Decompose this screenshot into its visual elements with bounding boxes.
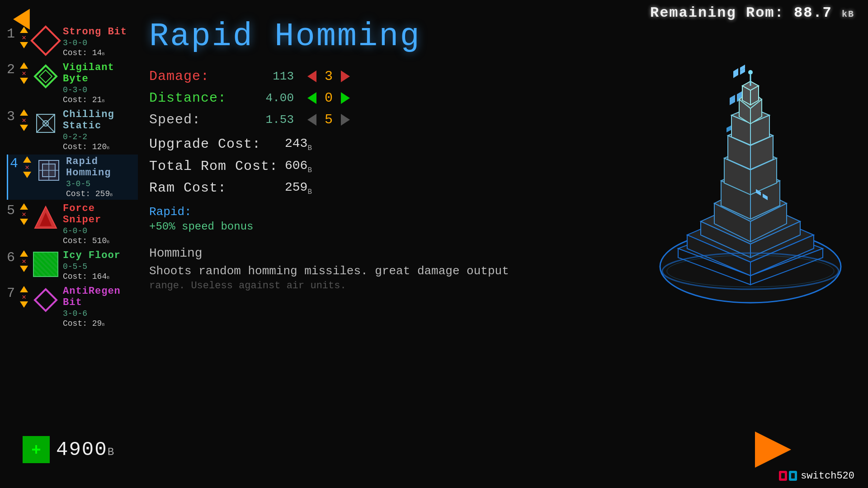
svg-marker-2	[39, 70, 52, 83]
unit-list: 1 ✕ Strong Bit 3-0-0 Cost: 14B 2 ✕	[7, 25, 138, 329]
unit-x-2[interactable]: ✕	[19, 70, 28, 77]
unit-up-6[interactable]	[19, 250, 28, 257]
ability-name: Rapid:	[149, 205, 542, 219]
distance-increase-button[interactable]	[341, 92, 350, 104]
speed-current: 5	[322, 112, 335, 127]
unit-name-6: Icy Floor	[63, 250, 121, 261]
main-content: Rapid Homming Damage: 113 3 Distance: 4.…	[149, 18, 542, 293]
unit-cost-1: Cost: 14B	[63, 48, 127, 57]
unit-down-1[interactable]	[19, 42, 28, 49]
unit-stats-1: 3-0-0	[63, 38, 127, 47]
unit-info-1: Strong Bit 3-0-0 Cost: 14B	[63, 26, 127, 57]
unit-number-4: 4	[10, 156, 20, 170]
unit-item-1[interactable]: 1 ✕ Strong Bit 3-0-0 Cost: 14B	[7, 25, 138, 59]
unit-item-2[interactable]: 2 ✕ Vigilant Byte 0-3-0 Cost: 21B	[7, 61, 138, 106]
distance-row: Distance: 4.00 0	[149, 90, 402, 106]
unit-info-2: Vigilant Byte 0-3-0 Cost: 21B	[63, 62, 138, 104]
unit-down-7[interactable]	[19, 301, 28, 308]
damage-value: 113	[249, 70, 294, 83]
unit-up-5[interactable]	[19, 203, 28, 210]
unit-stats-7: 3-0-6	[63, 309, 138, 318]
upgrade-cost-row: Upgrade Cost: 243B	[149, 136, 542, 152]
unit-up-1[interactable]	[19, 26, 28, 33]
svg-marker-1	[35, 66, 57, 87]
currency-value: 4900	[56, 438, 108, 461]
unit-controls-2: ✕	[19, 62, 28, 84]
damage-current: 3	[322, 69, 335, 84]
unit-item-3[interactable]: 3 ✕ Chilling Static 0-2-2 Cost: 120B	[7, 108, 138, 153]
unit-item-7[interactable]: 7 ✕ AntiRegen Bit 3-0-6 Cost: 29B	[7, 284, 138, 329]
unit-down-3[interactable]	[19, 124, 28, 131]
distance-current: 0	[322, 90, 335, 106]
unit-x-3[interactable]: ✕	[19, 117, 28, 124]
unit-up-3[interactable]	[19, 109, 28, 116]
switch-logo-icon	[779, 469, 797, 483]
unit-x-4[interactable]: ✕	[23, 164, 32, 171]
tower-preview	[646, 45, 854, 307]
damage-label: Damage:	[149, 69, 249, 84]
unit-name-2: Vigilant Byte	[63, 62, 138, 84]
unit-up-2[interactable]	[19, 62, 28, 69]
distance-decrease-button[interactable]	[307, 92, 316, 104]
ram-cost-row: Ram Cost: 259B	[149, 180, 542, 196]
vigilant-byte-icon	[33, 64, 58, 89]
unit-controls-3: ✕	[19, 109, 28, 131]
unit-number-2: 2	[7, 62, 17, 76]
unit-name-3: Chilling Static	[63, 109, 138, 131]
damage-decrease-button[interactable]	[307, 70, 316, 82]
unit-down-5[interactable]	[19, 218, 28, 225]
unit-down-2[interactable]	[19, 77, 28, 84]
speed-increase-button[interactable]	[341, 114, 350, 126]
speed-decrease-button[interactable]	[307, 114, 316, 126]
unit-item-4[interactable]: 4 ✕ Rapid Homming 3-0-5 Cost: 259B	[7, 155, 138, 200]
distance-value: 4.00	[249, 91, 294, 105]
desc-faded: range. Useless against air units.	[149, 279, 542, 293]
stats-table: Damage: 113 3 Distance: 4.00 0 Speed: 1.…	[149, 69, 402, 127]
damage-control: 3	[307, 69, 350, 84]
damage-increase-button[interactable]	[341, 70, 350, 82]
upgrade-cost-label: Upgrade Cost:	[149, 136, 285, 152]
speed-value: 1.53	[249, 113, 294, 127]
unit-down-4[interactable]	[23, 171, 32, 178]
ram-cost-value: 259B	[285, 180, 312, 196]
unit-x-7[interactable]: ✕	[19, 293, 28, 300]
desc-text: Shoots random homming missiles. great da…	[149, 263, 542, 279]
unit-cost-6: Cost: 164B	[63, 272, 121, 281]
unit-x-5[interactable]: ✕	[19, 211, 28, 218]
unit-up-7[interactable]	[19, 286, 28, 293]
currency-display: + 4900B	[23, 436, 115, 463]
unit-controls-7: ✕	[19, 286, 28, 308]
unit-controls-6: ✕	[19, 250, 28, 272]
currency-amount: 4900B	[56, 438, 115, 461]
unit-number-3: 3	[7, 109, 17, 123]
desc-title: Homming	[149, 246, 542, 260]
add-icon: +	[31, 440, 41, 459]
unit-icon-7	[31, 286, 60, 314]
icy-floor-icon	[33, 252, 58, 277]
unit-icon-6	[31, 250, 60, 279]
speed-control: 5	[307, 112, 350, 127]
unit-x-1[interactable]: ✕	[19, 34, 28, 41]
remaining-rom-display: Remaining Rom: 88.7 kB	[650, 5, 854, 21]
unit-info-6: Icy Floor 0-5-5 Cost: 164B	[63, 250, 121, 281]
unit-item-6[interactable]: 6 ✕ Icy Floor 0-5-5 Cost: 164B	[7, 249, 138, 282]
next-button[interactable]	[750, 429, 796, 470]
add-currency-button[interactable]: +	[23, 436, 50, 463]
unit-icon-2	[31, 62, 60, 91]
tower-svg	[646, 45, 854, 307]
unit-down-6[interactable]	[19, 265, 28, 272]
unit-info-4: Rapid Homming 3-0-5 Cost: 259B	[66, 156, 138, 198]
unit-x-6[interactable]: ✕	[19, 258, 28, 265]
unit-stats-6: 0-5-5	[63, 262, 121, 271]
chilling-static-icon	[33, 111, 58, 136]
force-sniper-icon	[33, 205, 58, 230]
unit-up-4[interactable]	[23, 156, 32, 163]
unit-icon-5	[31, 203, 60, 232]
unit-info-7: AntiRegen Bit 3-0-6 Cost: 29B	[63, 286, 138, 328]
unit-stats-2: 0-3-0	[63, 85, 138, 94]
distance-label: Distance:	[149, 90, 249, 106]
unit-name-4: Rapid Homming	[66, 156, 138, 178]
rapid-homming-icon	[36, 158, 61, 183]
unit-item-5[interactable]: 5 ✕ Force Sniper 6-0-0 Cost: 510B	[7, 202, 138, 247]
svg-rect-67	[791, 473, 795, 479]
